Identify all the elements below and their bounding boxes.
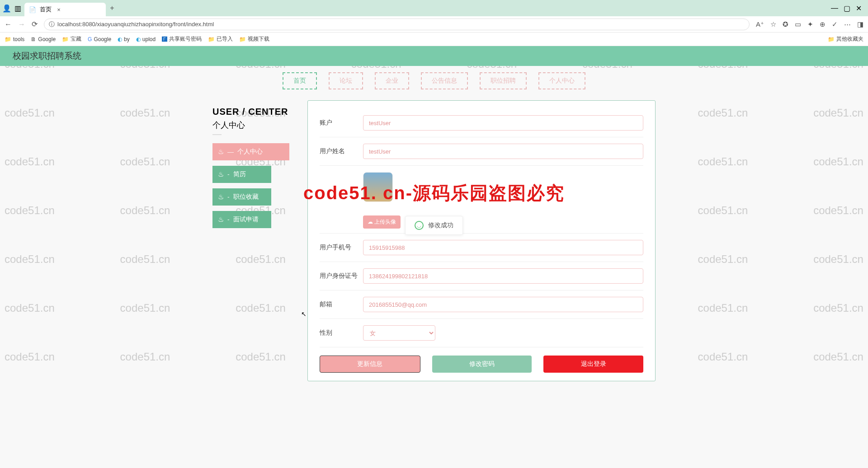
panel-icon[interactable]: ◨ xyxy=(857,20,863,28)
sidebar-item-resume[interactable]: ♨-简历 xyxy=(212,166,271,183)
url-input[interactable]: ⓘ localhost:8080/xiaoyuanqiuzhizhaopinxi… xyxy=(44,19,750,30)
gender-select[interactable]: 女 xyxy=(363,325,435,341)
maximize-icon[interactable]: ▢ xyxy=(844,4,850,13)
bookmark-other[interactable]: 📁其他收藏夹 xyxy=(828,35,863,43)
menu-icon[interactable]: ⋯ xyxy=(844,20,851,28)
password-button[interactable]: 修改密码 xyxy=(432,356,532,373)
sidebar: USER / CENTER 个人中心 ♨—个人中心 ♨-简历 ♨-职位收藏 ♨-… xyxy=(212,100,294,381)
sidebar-item-favorites[interactable]: ♨-职位收藏 xyxy=(212,188,271,206)
name-input[interactable] xyxy=(363,144,643,159)
new-tab-button[interactable]: + xyxy=(108,4,116,12)
flame-icon: ♨ xyxy=(218,215,224,224)
flame-icon: ♨ xyxy=(218,148,224,156)
favorite-icon[interactable]: ☆ xyxy=(770,20,776,28)
tabs-icon[interactable]: ▥ xyxy=(14,4,22,12)
reader-icon[interactable]: A⁺ xyxy=(756,20,764,28)
success-icon: ◡ xyxy=(415,221,424,230)
bookmark-by[interactable]: ◐by xyxy=(118,36,130,42)
site-info-icon[interactable]: ⓘ xyxy=(49,20,55,28)
refresh-icon[interactable]: ⟳ xyxy=(32,20,38,28)
star-icon[interactable]: ✦ xyxy=(807,20,813,28)
browser-tab[interactable]: 📄 首页 × xyxy=(24,3,106,16)
account-input[interactable] xyxy=(363,115,643,131)
bookmark-google2[interactable]: GGoogle xyxy=(88,36,111,42)
site-title: 校园求职招聘系统 xyxy=(13,50,81,62)
email-input[interactable] xyxy=(363,297,643,312)
app-icon[interactable]: ⊕ xyxy=(820,20,826,28)
flame-icon: ♨ xyxy=(218,193,224,201)
account-label: 账户 xyxy=(320,119,363,127)
main-nav: 首页 论坛 企业 公告信息 职位招聘 个人中心 xyxy=(0,66,868,96)
bookmark-imported[interactable]: 📁已导入 xyxy=(208,35,233,43)
collections-icon[interactable]: ▭ xyxy=(795,20,801,28)
bookmark-uplod[interactable]: ◐uplod xyxy=(136,36,156,42)
profile-icon[interactable]: 👤 xyxy=(3,4,11,12)
sidebar-subtitle: 个人中心 xyxy=(212,120,294,131)
bookmarks-bar: 📁tools 🗎Google 📁宝藏 GGoogle ◐by ◐uplod 🅵共… xyxy=(0,33,868,46)
extension-icon[interactable]: ✪ xyxy=(783,20,788,28)
email-label: 邮箱 xyxy=(320,300,363,309)
sidebar-divider xyxy=(212,134,222,135)
avatar-image xyxy=(363,172,393,202)
url-text: localhost:8080/xiaoyuanqiuzhizhaopinxito… xyxy=(57,21,214,28)
id-input[interactable] xyxy=(363,268,643,284)
site-header: 校园求职招聘系统 xyxy=(0,46,868,66)
nav-forum[interactable]: 论坛 xyxy=(329,72,363,89)
success-toast: ◡ 修改成功 xyxy=(405,216,463,235)
close-window-icon[interactable]: ✕ xyxy=(856,4,862,13)
gender-label: 性别 xyxy=(320,329,363,337)
toast-text: 修改成功 xyxy=(428,221,453,229)
update-button[interactable]: 更新信息 xyxy=(320,356,420,373)
form-panel: 账户 用户姓名 ☁ 上传头像 用户手机号 用户身份证号 邮箱 性别 女 xyxy=(307,100,656,381)
bookmark-baozang[interactable]: 📁宝藏 xyxy=(62,35,81,43)
bookmark-share[interactable]: 🅵共享账号密码 xyxy=(162,35,202,43)
nav-company[interactable]: 企业 xyxy=(375,72,409,89)
bookmark-tools[interactable]: 📁tools xyxy=(5,36,24,42)
phone-input[interactable] xyxy=(363,240,643,255)
nav-jobs[interactable]: 职位招聘 xyxy=(480,72,527,89)
logout-button[interactable]: 退出登录 xyxy=(543,356,643,373)
browser-titlebar: 👤 ▥ 📄 首页 × + ― ▢ ✕ xyxy=(0,0,868,16)
id-label: 用户身份证号 xyxy=(320,272,363,280)
phone-label: 用户手机号 xyxy=(320,243,363,252)
forward-icon: → xyxy=(18,20,25,28)
sidebar-item-interview[interactable]: ♨-面试申请 xyxy=(212,211,271,228)
address-bar: ← → ⟳ ⓘ localhost:8080/xiaoyuanqiuzhizha… xyxy=(0,16,868,33)
bookmark-video[interactable]: 📁视频下载 xyxy=(239,35,269,43)
nav-home[interactable]: 首页 xyxy=(283,72,317,89)
nav-notice[interactable]: 公告信息 xyxy=(421,72,468,89)
shield-icon[interactable]: ✓ xyxy=(832,20,838,28)
minimize-icon[interactable]: ― xyxy=(831,4,838,13)
sidebar-item-center[interactable]: ♨—个人中心 xyxy=(212,143,289,160)
sidebar-title: USER / CENTER xyxy=(212,107,294,117)
nav-center[interactable]: 个人中心 xyxy=(538,72,585,89)
bookmark-google1[interactable]: 🗎Google xyxy=(31,36,56,42)
back-icon[interactable]: ← xyxy=(5,20,12,28)
favicon-icon: 📄 xyxy=(29,6,36,13)
name-label: 用户姓名 xyxy=(320,147,363,155)
upload-avatar-button[interactable]: ☁ 上传头像 xyxy=(363,215,401,229)
flame-icon: ♨ xyxy=(218,170,224,178)
close-tab-icon[interactable]: × xyxy=(55,6,62,13)
tab-title: 首页 xyxy=(40,5,52,14)
